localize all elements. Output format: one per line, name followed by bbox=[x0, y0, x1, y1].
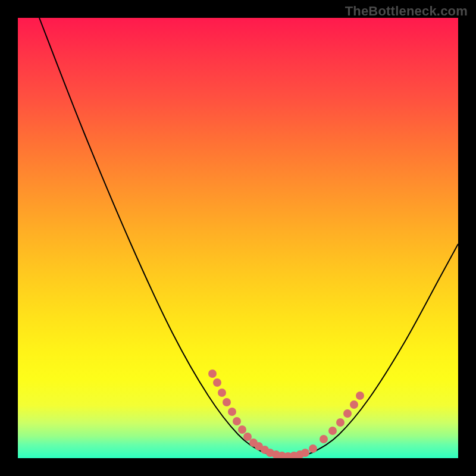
marker-dot bbox=[301, 449, 309, 457]
marker-dot bbox=[228, 408, 236, 416]
marker-dot bbox=[238, 425, 246, 434]
chart-plot-area bbox=[18, 18, 458, 458]
marker-dot bbox=[218, 389, 226, 397]
bottleneck-curve bbox=[39, 18, 458, 457]
chart-svg bbox=[18, 18, 458, 458]
watermark-text: TheBottleneck.com bbox=[345, 4, 468, 19]
marker-dot bbox=[343, 409, 352, 418]
marker-group bbox=[208, 369, 364, 458]
marker-dot bbox=[309, 444, 317, 453]
marker-dot bbox=[336, 418, 345, 427]
marker-dot bbox=[328, 427, 337, 435]
marker-dot bbox=[350, 400, 358, 409]
marker-dot bbox=[233, 417, 241, 425]
marker-dot bbox=[213, 378, 221, 387]
marker-dot bbox=[208, 369, 217, 378]
marker-dot bbox=[320, 435, 328, 443]
marker-dot bbox=[223, 398, 231, 406]
marker-dot bbox=[243, 433, 252, 441]
marker-dot bbox=[356, 392, 364, 400]
